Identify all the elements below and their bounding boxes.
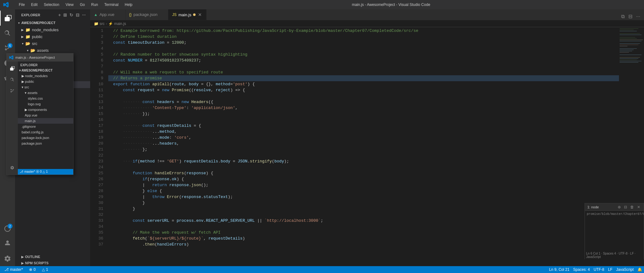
breadcrumb: 📁 src › ⚡ main.js (90, 20, 644, 27)
tab-bar-actions: ⧉ ⊟ ··· (617, 13, 644, 20)
new-folder-btn[interactable]: ⊞ (63, 12, 68, 18)
second-win-tree: ▾ AWESOMEPROJECT ▶ node_modules ▶ public… (18, 67, 73, 169)
tab-app-vue[interactable]: ▲ App.vue ✕ (90, 9, 125, 20)
outline-section[interactable]: ▶ OUTLINE (15, 254, 90, 260)
tree-item-node-modules[interactable]: ▶ 📁 node_modules (15, 26, 90, 33)
code-line-28: } else { (108, 188, 619, 194)
svg-rect-18 (620, 57, 640, 57)
remote-badge: 2 (8, 224, 13, 229)
svg-rect-11 (620, 45, 638, 45)
menu-view[interactable]: View (63, 2, 76, 7)
sw-babel-config[interactable]: babel.config.js (18, 129, 73, 135)
sw-public[interactable]: ▶ public (18, 79, 73, 84)
menu-go[interactable]: Go (77, 2, 87, 7)
encoding-status[interactable]: UTF-8 (592, 266, 606, 273)
sw-main-js[interactable]: main.js (18, 118, 73, 124)
refresh-explorer-btn[interactable]: ↻ (69, 12, 74, 18)
tab-package-json-close[interactable]: ✕ (159, 12, 164, 17)
sw-components[interactable]: ▶ components (18, 107, 73, 112)
terminal-status-text: Ln 6 Col 1 · Spaces 4 · UTF-8 · LF · Jav… (585, 251, 644, 259)
status-bar: ⎇ master* ⊗ 0 △ 1 Ln 9, Col 21 Spaces: 4… (0, 266, 644, 273)
terminal-content[interactable]: promise/blob/master/Chapter07/Ch... (585, 211, 644, 217)
terminal-maximize-btn[interactable]: ⊕ (617, 205, 622, 210)
sw-package-json[interactable]: package.json (18, 141, 73, 146)
collapse-all-btn[interactable]: ⊟ (75, 12, 80, 18)
second-win-title-text: main.js - AwesomeProject (15, 56, 55, 59)
svg-rect-10 (620, 43, 640, 44)
sw-gitignore[interactable]: .gitignore (18, 124, 73, 129)
folder-icon-assets: 📂 (30, 47, 36, 53)
warnings-status[interactable]: △ 1 (40, 266, 50, 273)
toggle-panel-btn[interactable]: ⊟ (627, 13, 634, 20)
more-actions-btn[interactable]: ··· (635, 13, 641, 20)
terminal-actions: ⊕ ⊟ 🗑 ✕ (617, 205, 641, 210)
tab-package-json[interactable]: {} package.json ✕ (125, 9, 169, 20)
notifications-status[interactable]: 🔔 (636, 266, 644, 273)
terminal-close-btn[interactable]: ✕ (636, 205, 641, 210)
sw-src[interactable]: ▾ src (18, 84, 73, 90)
tab-main-js[interactable]: JS main.js ✕ (168, 9, 207, 20)
explorer-more-btn[interactable]: ··· (81, 12, 86, 18)
project-root-item[interactable]: ▾ AWESOMEPROJECT (15, 19, 90, 26)
sw-node-modules[interactable]: ▶ node_modules (18, 73, 73, 79)
cursor-position[interactable]: Ln 9, Col 21 (547, 266, 571, 273)
menu-edit[interactable]: Edit (28, 2, 40, 7)
menu-selection[interactable]: Selection (41, 2, 62, 7)
errors-status[interactable]: ⊗ 0 (27, 266, 38, 273)
terminal-trash-btn[interactable]: 🗑 (629, 205, 635, 210)
tree-item-assets[interactable]: ▾ 📂 assets (15, 47, 90, 54)
code-line-24 (108, 164, 619, 170)
tree-item-public[interactable]: ▶ 📁 public (15, 33, 90, 40)
tab-app-vue-close[interactable]: ✕ (116, 12, 121, 17)
menu-file[interactable]: File (16, 2, 27, 7)
code-line-18: ············...method, (108, 129, 619, 135)
accounts-activity-icon[interactable] (0, 236, 15, 251)
tree-item-src[interactable]: ▾ 📂 src (15, 40, 90, 47)
code-line-29: | throw Error(response.statusText); (108, 194, 619, 200)
npm-scripts-section[interactable]: ▶ NPM SCRIPTS (15, 260, 90, 266)
line-ending-status[interactable]: LF (606, 266, 614, 273)
terminal-split-btn[interactable]: ⊟ (623, 205, 628, 210)
sw-package-lock[interactable]: package-lock.json (18, 135, 73, 141)
project-label: AWESOMEPROJECT (21, 21, 55, 25)
search-activity-icon[interactable] (0, 26, 15, 41)
code-line-3: const timeoutDuration = 12000; (108, 40, 619, 46)
remote-activity-icon[interactable]: 2 (0, 221, 15, 236)
project-arrow: ▾ (16, 21, 21, 25)
svg-rect-7 (620, 38, 637, 39)
line-ending-label: LF (608, 267, 612, 272)
src-label: src (32, 41, 37, 46)
second-win-search-icon[interactable] (7, 74, 18, 85)
language-status[interactable]: JavaScript (614, 266, 636, 273)
menu-help[interactable]: Help (122, 2, 135, 7)
settings-activity-icon[interactable] (0, 251, 15, 266)
second-win-git-icon[interactable] (7, 85, 18, 97)
second-win-explorer-icon[interactable] (7, 63, 18, 74)
svg-rect-20 (620, 60, 637, 60)
svg-rect-19 (620, 58, 638, 59)
second-win-status-bar: ⎇ master* ⓔ 0 △ 1 (18, 169, 73, 175)
src-arrow: ▾ (20, 42, 25, 45)
git-branch-status[interactable]: ⎇ master* (3, 266, 25, 273)
code-line-17: ········const requestDetails = { (108, 123, 619, 129)
sw-logo-svg[interactable]: logo.svg (18, 101, 73, 107)
tab-main-js-close[interactable]: ✕ (197, 12, 202, 17)
second-win-settings-icon[interactable] (7, 162, 18, 173)
svg-rect-3 (620, 31, 637, 31)
sw-styles-css[interactable]: styles.css (18, 96, 73, 101)
editor-container: 12345 678910 1112131415 1617181920 21222… (90, 27, 644, 266)
sw-awesomeproject[interactable]: ▾ AWESOMEPROJECT (18, 67, 73, 73)
explorer-activity-icon[interactable] (0, 11, 15, 26)
code-line-11: const request = new Promise((resolve, re… (108, 87, 619, 93)
code-editor[interactable]: // Example borrowed from: https://github… (106, 27, 619, 266)
sw-assets[interactable]: ▾ assets (18, 90, 73, 96)
breadcrumb-main-js[interactable]: ⚡ main.js (108, 22, 126, 26)
sw-app-vue[interactable]: App.vue (18, 112, 73, 118)
breadcrumb-src[interactable]: 📁 src (94, 22, 105, 26)
encoding-label: UTF-8 (594, 267, 604, 272)
menu-terminal[interactable]: Terminal (102, 2, 121, 7)
new-file-btn[interactable]: + (58, 12, 61, 18)
menu-run[interactable]: Run (89, 2, 100, 7)
split-editor-btn[interactable]: ⧉ (620, 13, 626, 20)
indent-status[interactable]: Spaces: 4 (571, 266, 592, 273)
